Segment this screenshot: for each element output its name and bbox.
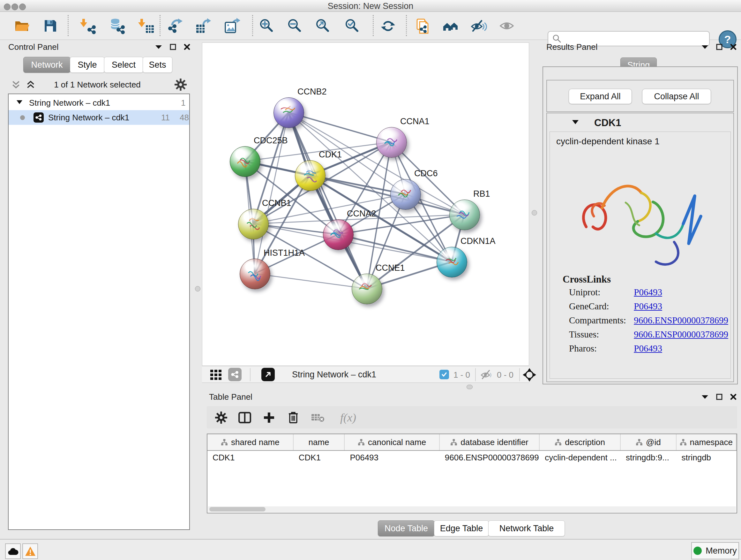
export-network-button[interactable] <box>167 16 185 36</box>
save-session-button[interactable] <box>42 16 59 36</box>
export-network-icon <box>167 17 184 34</box>
network-node-CCNA2[interactable] <box>323 219 354 250</box>
selected-checkbox[interactable] <box>440 370 449 379</box>
column-header-canonical-name[interactable]: canonical name <box>345 434 440 450</box>
maximize-panel-icon[interactable] <box>716 394 723 400</box>
separator <box>475 368 476 381</box>
export-image-button[interactable] <box>223 16 241 36</box>
float-panel-icon[interactable] <box>155 45 162 49</box>
network-row-selected[interactable]: String Network – cdk1 11 48 <box>9 110 189 125</box>
network-node-CCNB1[interactable] <box>238 209 269 240</box>
maximize-panel-icon[interactable] <box>716 44 723 50</box>
tab-style[interactable]: Style <box>70 57 105 73</box>
tree-expander-icon[interactable] <box>16 100 23 105</box>
tab-node-table[interactable]: Node Table <box>378 520 434 537</box>
close-panel-icon[interactable] <box>730 44 737 50</box>
show-columns-button[interactable] <box>238 410 252 425</box>
column-header-name[interactable]: name <box>293 434 345 450</box>
expand-all-button[interactable]: Expand All <box>569 89 632 104</box>
gear-icon[interactable] <box>175 78 187 91</box>
tab-network-table[interactable]: Network Table <box>488 520 565 537</box>
entry-expander-icon[interactable] <box>572 120 579 125</box>
float-panel-icon[interactable] <box>701 45 709 49</box>
refresh-view-button[interactable] <box>379 16 397 36</box>
clone-network-button[interactable] <box>414 16 432 36</box>
import-network-database-button[interactable] <box>108 16 126 36</box>
import-network-file-button[interactable] <box>79 16 97 36</box>
collapse-all-icon[interactable] <box>11 80 21 90</box>
first-neighbors-button[interactable] <box>442 16 460 36</box>
network-node-CDC6[interactable] <box>390 179 421 210</box>
zoom-fit-button[interactable] <box>314 16 332 36</box>
column-header-id[interactable]: @id <box>621 434 677 450</box>
tab-sets[interactable]: Sets <box>143 57 172 73</box>
birdseye-icon[interactable] <box>523 368 536 381</box>
node-label-RB1: RB1 <box>473 189 490 199</box>
network-edge[interactable] <box>288 112 391 142</box>
crosslink-link[interactable]: 9606.ENSP00000378699 <box>634 329 728 339</box>
network-collection-row[interactable]: String Network – cdk1 1 <box>9 96 189 110</box>
tab-edge-table[interactable]: Edge Table <box>434 520 489 537</box>
expand-all-icon[interactable] <box>26 80 36 90</box>
function-builder-button[interactable]: f(x) <box>334 410 362 425</box>
collapse-all-button[interactable]: Collapse All <box>642 89 711 104</box>
delete-column-button[interactable] <box>286 410 300 425</box>
network-node-CCNB2[interactable] <box>273 98 304 128</box>
detach-view-button[interactable] <box>261 368 275 381</box>
column-header-database-identifier[interactable]: database identifier <box>440 434 540 450</box>
network-edge[interactable] <box>255 273 367 289</box>
crosslink-link[interactable]: P06493 <box>634 301 662 311</box>
open-session-button[interactable] <box>13 16 30 36</box>
zoom-selected-button[interactable] <box>343 16 361 36</box>
network-edge-count: 48 <box>180 113 189 123</box>
column-header-description[interactable]: description <box>540 434 621 450</box>
grid-view-icon[interactable] <box>210 370 223 380</box>
crosslink-link[interactable]: 9606.ENSP00000378699 <box>634 315 728 325</box>
result-entry: CDK1 cyclin-dependent kinase 1 <box>546 113 734 382</box>
close-panel-icon[interactable] <box>730 394 737 400</box>
show-all-button[interactable] <box>498 16 516 36</box>
add-column-button[interactable] <box>262 410 276 425</box>
close-panel-icon[interactable] <box>184 44 190 50</box>
crosslink-link[interactable]: P06493 <box>634 287 662 297</box>
network-edge[interactable] <box>288 112 367 289</box>
right-splitter-handle[interactable] <box>532 210 537 215</box>
result-entry-header[interactable]: CDK1 <box>547 113 733 132</box>
network-node-CCNA1[interactable] <box>376 127 407 158</box>
table-settings-button[interactable] <box>214 410 228 425</box>
delete-table-button[interactable] <box>311 410 326 425</box>
network-node-CDK1[interactable] <box>295 160 326 191</box>
table-hscrollbar[interactable] <box>208 506 736 512</box>
network-canvas[interactable]: CCNB2 CCNA1 CDC25B CDK1 CDC6 RB1 CCNB1 C… <box>202 43 529 366</box>
crosslink-link[interactable]: P06493 <box>634 343 662 354</box>
network-edge[interactable] <box>338 234 452 262</box>
network-node-CDKN1A[interactable] <box>436 247 467 277</box>
zoom-out-icon <box>286 17 303 34</box>
crosslink-row: GeneCard: P06493 <box>569 301 729 315</box>
network-tree: String Network – cdk1 1 String Network –… <box>8 94 190 530</box>
tab-network[interactable]: Network <box>23 57 71 73</box>
import-table-file-button[interactable] <box>137 16 155 36</box>
float-panel-icon[interactable] <box>701 395 709 399</box>
network-icon-button[interactable] <box>228 368 242 381</box>
cloud-status-button[interactable] <box>5 543 21 559</box>
zoom-out-button[interactable] <box>286 16 304 36</box>
zoom-in-button[interactable] <box>258 16 276 36</box>
left-splitter-handle[interactable] <box>195 286 200 292</box>
table-hscroll-thumb[interactable] <box>209 507 266 511</box>
memory-button[interactable]: Memory <box>691 542 739 559</box>
network-node-RB1[interactable] <box>449 199 480 230</box>
network-node-CCNE1[interactable] <box>352 273 382 304</box>
tab-select[interactable]: Select <box>104 57 143 73</box>
export-table-button[interactable] <box>194 16 212 36</box>
node-label-CCNE1: CCNE1 <box>376 263 405 273</box>
column-header-shared-name[interactable]: shared name <box>207 434 293 450</box>
horizontal-splitter-handle[interactable] <box>467 385 473 389</box>
maximize-panel-icon[interactable] <box>170 44 176 50</box>
warnings-button[interactable] <box>22 543 38 559</box>
network-node-CDC25B[interactable] <box>230 146 260 177</box>
table-row[interactable]: CDK1CDK1P064939606.ENSP00000378699cyclin… <box>207 450 737 465</box>
hide-selected-button[interactable] <box>470 16 488 36</box>
network-node-HIST1H1A[interactable] <box>240 259 270 289</box>
column-header-namespace[interactable]: namespace <box>677 434 737 450</box>
